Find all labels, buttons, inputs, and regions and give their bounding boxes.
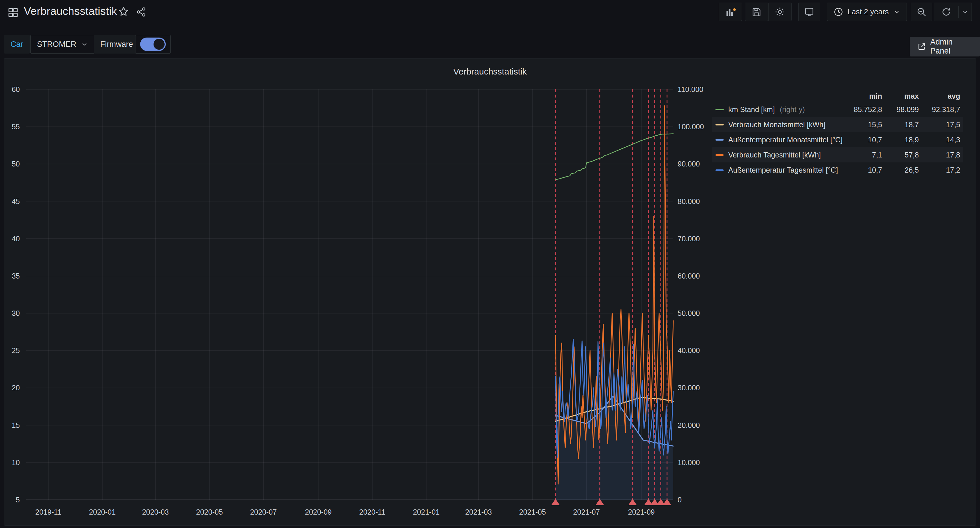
admin-panel-button[interactable]: Admin Panel (910, 36, 980, 57)
firmware-toggle[interactable] (135, 35, 171, 54)
save-dashboard-button[interactable] (745, 3, 768, 21)
legend-series-label[interactable]: Außentemperatur Tagesmittel [°C] (728, 166, 844, 174)
time-range-picker[interactable]: Last 2 years (827, 3, 907, 21)
var-label-firmware: Firmware (94, 35, 140, 54)
refresh-button-group[interactable] (934, 3, 972, 21)
refresh-interval-chevron[interactable] (959, 8, 972, 16)
legend-avg-value: 92.318,7 (919, 105, 960, 114)
legend-avg-value: 14,3 (919, 136, 960, 144)
admin-panel-label: Admin Panel (930, 38, 972, 55)
toggle-pill[interactable] (140, 38, 166, 51)
var-label-car: Car (4, 35, 30, 54)
legend-max-value: 57,8 (882, 151, 919, 159)
legend-swatch (716, 154, 724, 156)
legend-min-value: 15,5 (844, 121, 882, 129)
legend-series-label[interactable]: km Stand [km] (right-y) (728, 105, 844, 114)
legend-min-value: 85.752,8 (844, 105, 882, 114)
legend-min-value: 7,1 (844, 151, 882, 159)
star-icon[interactable] (118, 6, 129, 19)
legend-avg-value: 17,5 (919, 121, 960, 129)
legend-swatch (716, 139, 724, 141)
legend-swatch (716, 124, 724, 125)
clock-icon (834, 7, 843, 17)
legend-axis-tag: (right-y) (780, 105, 805, 114)
dashboard-settings-button[interactable] (768, 3, 792, 21)
legend-max-value: 18,9 (882, 136, 919, 144)
legend-series-label[interactable]: Verbrauch Tagesmittel [kWh] (728, 151, 844, 159)
app-header: Verbrauchsstatistik (0, 0, 980, 24)
legend-avg-value: 17,8 (919, 151, 960, 159)
toggle-knob (154, 39, 165, 50)
legend-avg-value: 17,2 (919, 166, 960, 174)
legend-col-min[interactable]: min (844, 92, 882, 100)
legend-header: minmaxavg (712, 90, 963, 102)
chevron-down-icon (81, 41, 88, 48)
legend-swatch (716, 109, 724, 110)
var-car-value: STROMER (37, 40, 76, 49)
legend-row[interactable]: Außentemperatur Tagesmittel [°C]10,726,5… (712, 162, 963, 178)
cycle-view-mode-button[interactable] (798, 3, 820, 21)
add-panel-button[interactable] (719, 3, 742, 21)
legend-swatch (716, 170, 724, 171)
time-range-label: Last 2 years (848, 7, 889, 16)
legend-col-max[interactable]: max (882, 92, 919, 100)
panel-title: Verbrauchsstatistik (4, 67, 976, 76)
legend-col-avg[interactable]: avg (919, 92, 960, 100)
legend-series-label[interactable]: Außentemperatur Monatsmittel [°C] (728, 136, 844, 144)
legend-max-value: 98.099 (882, 105, 919, 114)
refresh-icon[interactable] (934, 7, 958, 17)
legend-min-value: 10,7 (844, 166, 882, 174)
chart-legend: minmaxavgkm Stand [km] (right-y)85.752,8… (712, 90, 963, 178)
var-select-car[interactable]: STROMER (30, 35, 95, 54)
dashboard-title: Verbrauchsstatistik (24, 5, 117, 17)
legend-series-label[interactable]: Verbrauch Monatsmittel [kWh] (728, 121, 844, 129)
legend-row[interactable]: Verbrauch Monatsmittel [kWh]15,518,717,5 (712, 117, 963, 132)
legend-row[interactable]: km Stand [km] (right-y)85.752,898.09992.… (712, 102, 963, 117)
legend-max-value: 26,5 (882, 166, 919, 174)
share-icon[interactable] (136, 6, 147, 19)
legend-max-value: 18,7 (882, 121, 919, 129)
dashboard-grid-icon[interactable] (8, 7, 19, 19)
legend-row[interactable]: Außentemperatur Monatsmittel [°C]10,718,… (712, 132, 963, 147)
chevron-down-icon (893, 8, 900, 16)
legend-row[interactable]: Verbrauch Tagesmittel [kWh]7,157,817,8 (712, 147, 963, 162)
external-link-icon (917, 42, 926, 51)
zoom-out-button[interactable] (911, 3, 932, 21)
legend-min-value: 10,7 (844, 136, 882, 144)
